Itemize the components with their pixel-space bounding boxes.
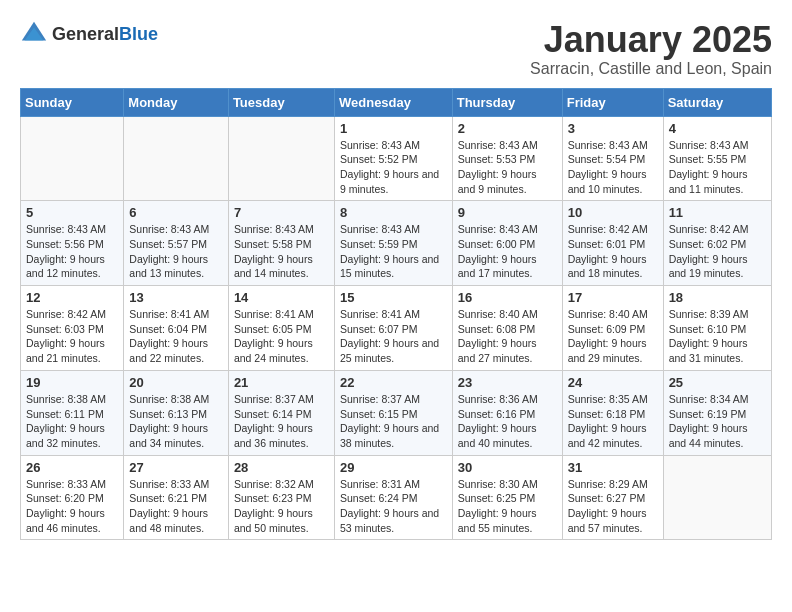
calendar-cell: 26Sunrise: 8:33 AMSunset: 6:20 PMDayligh… — [21, 455, 124, 540]
calendar-cell: 5Sunrise: 8:43 AMSunset: 5:56 PMDaylight… — [21, 201, 124, 286]
day-number: 9 — [458, 205, 557, 220]
day-number: 20 — [129, 375, 223, 390]
day-number: 14 — [234, 290, 329, 305]
calendar-cell: 17Sunrise: 8:40 AMSunset: 6:09 PMDayligh… — [562, 286, 663, 371]
logo-general: General — [52, 24, 119, 44]
day-info: Sunrise: 8:37 AMSunset: 6:14 PMDaylight:… — [234, 392, 329, 451]
day-info: Sunrise: 8:41 AMSunset: 6:04 PMDaylight:… — [129, 307, 223, 366]
day-info: Sunrise: 8:38 AMSunset: 6:11 PMDaylight:… — [26, 392, 118, 451]
calendar-week-row: 12Sunrise: 8:42 AMSunset: 6:03 PMDayligh… — [21, 286, 772, 371]
calendar-cell: 8Sunrise: 8:43 AMSunset: 5:59 PMDaylight… — [334, 201, 452, 286]
day-info: Sunrise: 8:42 AMSunset: 6:03 PMDaylight:… — [26, 307, 118, 366]
weekday-header: Thursday — [452, 88, 562, 116]
day-info: Sunrise: 8:32 AMSunset: 6:23 PMDaylight:… — [234, 477, 329, 536]
calendar-cell: 31Sunrise: 8:29 AMSunset: 6:27 PMDayligh… — [562, 455, 663, 540]
calendar-week-row: 1Sunrise: 8:43 AMSunset: 5:52 PMDaylight… — [21, 116, 772, 201]
day-number: 5 — [26, 205, 118, 220]
day-number: 29 — [340, 460, 447, 475]
calendar-cell — [21, 116, 124, 201]
day-number: 7 — [234, 205, 329, 220]
calendar-cell: 3Sunrise: 8:43 AMSunset: 5:54 PMDaylight… — [562, 116, 663, 201]
calendar-cell: 19Sunrise: 8:38 AMSunset: 6:11 PMDayligh… — [21, 370, 124, 455]
day-info: Sunrise: 8:43 AMSunset: 5:53 PMDaylight:… — [458, 138, 557, 197]
day-number: 6 — [129, 205, 223, 220]
calendar-cell: 14Sunrise: 8:41 AMSunset: 6:05 PMDayligh… — [228, 286, 334, 371]
day-info: Sunrise: 8:40 AMSunset: 6:08 PMDaylight:… — [458, 307, 557, 366]
calendar-week-row: 19Sunrise: 8:38 AMSunset: 6:11 PMDayligh… — [21, 370, 772, 455]
day-info: Sunrise: 8:43 AMSunset: 5:59 PMDaylight:… — [340, 222, 447, 281]
weekday-header: Monday — [124, 88, 229, 116]
main-title: January 2025 — [530, 20, 772, 60]
calendar-cell: 20Sunrise: 8:38 AMSunset: 6:13 PMDayligh… — [124, 370, 229, 455]
day-number: 25 — [669, 375, 766, 390]
day-info: Sunrise: 8:41 AMSunset: 6:07 PMDaylight:… — [340, 307, 447, 366]
day-info: Sunrise: 8:41 AMSunset: 6:05 PMDaylight:… — [234, 307, 329, 366]
day-number: 28 — [234, 460, 329, 475]
day-info: Sunrise: 8:42 AMSunset: 6:02 PMDaylight:… — [669, 222, 766, 281]
day-info: Sunrise: 8:35 AMSunset: 6:18 PMDaylight:… — [568, 392, 658, 451]
calendar-cell: 24Sunrise: 8:35 AMSunset: 6:18 PMDayligh… — [562, 370, 663, 455]
day-info: Sunrise: 8:43 AMSunset: 5:58 PMDaylight:… — [234, 222, 329, 281]
day-info: Sunrise: 8:29 AMSunset: 6:27 PMDaylight:… — [568, 477, 658, 536]
day-info: Sunrise: 8:39 AMSunset: 6:10 PMDaylight:… — [669, 307, 766, 366]
calendar-cell: 16Sunrise: 8:40 AMSunset: 6:08 PMDayligh… — [452, 286, 562, 371]
day-number: 10 — [568, 205, 658, 220]
day-info: Sunrise: 8:43 AMSunset: 6:00 PMDaylight:… — [458, 222, 557, 281]
day-number: 19 — [26, 375, 118, 390]
day-info: Sunrise: 8:31 AMSunset: 6:24 PMDaylight:… — [340, 477, 447, 536]
day-number: 31 — [568, 460, 658, 475]
day-number: 1 — [340, 121, 447, 136]
day-number: 15 — [340, 290, 447, 305]
day-info: Sunrise: 8:43 AMSunset: 5:54 PMDaylight:… — [568, 138, 658, 197]
day-number: 16 — [458, 290, 557, 305]
logo-blue: Blue — [119, 24, 158, 44]
calendar-cell: 18Sunrise: 8:39 AMSunset: 6:10 PMDayligh… — [663, 286, 771, 371]
day-number: 24 — [568, 375, 658, 390]
calendar-cell: 28Sunrise: 8:32 AMSunset: 6:23 PMDayligh… — [228, 455, 334, 540]
logo-icon — [20, 20, 48, 48]
day-number: 26 — [26, 460, 118, 475]
calendar-cell — [228, 116, 334, 201]
day-number: 3 — [568, 121, 658, 136]
day-number: 30 — [458, 460, 557, 475]
calendar-cell: 6Sunrise: 8:43 AMSunset: 5:57 PMDaylight… — [124, 201, 229, 286]
logo: GeneralBlue — [20, 20, 158, 48]
calendar-cell: 10Sunrise: 8:42 AMSunset: 6:01 PMDayligh… — [562, 201, 663, 286]
day-number: 13 — [129, 290, 223, 305]
day-number: 21 — [234, 375, 329, 390]
day-info: Sunrise: 8:43 AMSunset: 5:56 PMDaylight:… — [26, 222, 118, 281]
day-info: Sunrise: 8:34 AMSunset: 6:19 PMDaylight:… — [669, 392, 766, 451]
calendar-cell: 7Sunrise: 8:43 AMSunset: 5:58 PMDaylight… — [228, 201, 334, 286]
calendar-cell: 15Sunrise: 8:41 AMSunset: 6:07 PMDayligh… — [334, 286, 452, 371]
calendar-cell: 9Sunrise: 8:43 AMSunset: 6:00 PMDaylight… — [452, 201, 562, 286]
calendar-cell: 21Sunrise: 8:37 AMSunset: 6:14 PMDayligh… — [228, 370, 334, 455]
day-info: Sunrise: 8:37 AMSunset: 6:15 PMDaylight:… — [340, 392, 447, 451]
day-info: Sunrise: 8:33 AMSunset: 6:20 PMDaylight:… — [26, 477, 118, 536]
calendar-cell: 12Sunrise: 8:42 AMSunset: 6:03 PMDayligh… — [21, 286, 124, 371]
calendar-cell — [663, 455, 771, 540]
day-info: Sunrise: 8:42 AMSunset: 6:01 PMDaylight:… — [568, 222, 658, 281]
title-area: January 2025 Sarracin, Castille and Leon… — [530, 20, 772, 78]
calendar-week-row: 26Sunrise: 8:33 AMSunset: 6:20 PMDayligh… — [21, 455, 772, 540]
sub-title: Sarracin, Castille and Leon, Spain — [530, 60, 772, 78]
calendar-header-row: SundayMondayTuesdayWednesdayThursdayFrid… — [21, 88, 772, 116]
day-number: 2 — [458, 121, 557, 136]
calendar-cell: 2Sunrise: 8:43 AMSunset: 5:53 PMDaylight… — [452, 116, 562, 201]
calendar-cell: 1Sunrise: 8:43 AMSunset: 5:52 PMDaylight… — [334, 116, 452, 201]
day-info: Sunrise: 8:30 AMSunset: 6:25 PMDaylight:… — [458, 477, 557, 536]
calendar-cell: 29Sunrise: 8:31 AMSunset: 6:24 PMDayligh… — [334, 455, 452, 540]
calendar-cell: 22Sunrise: 8:37 AMSunset: 6:15 PMDayligh… — [334, 370, 452, 455]
day-info: Sunrise: 8:43 AMSunset: 5:52 PMDaylight:… — [340, 138, 447, 197]
day-number: 22 — [340, 375, 447, 390]
weekday-header: Saturday — [663, 88, 771, 116]
weekday-header: Wednesday — [334, 88, 452, 116]
calendar-table: SundayMondayTuesdayWednesdayThursdayFrid… — [20, 88, 772, 541]
day-number: 8 — [340, 205, 447, 220]
calendar-week-row: 5Sunrise: 8:43 AMSunset: 5:56 PMDaylight… — [21, 201, 772, 286]
calendar-cell: 4Sunrise: 8:43 AMSunset: 5:55 PMDaylight… — [663, 116, 771, 201]
day-number: 17 — [568, 290, 658, 305]
day-number: 11 — [669, 205, 766, 220]
day-number: 23 — [458, 375, 557, 390]
calendar-cell: 25Sunrise: 8:34 AMSunset: 6:19 PMDayligh… — [663, 370, 771, 455]
day-number: 27 — [129, 460, 223, 475]
